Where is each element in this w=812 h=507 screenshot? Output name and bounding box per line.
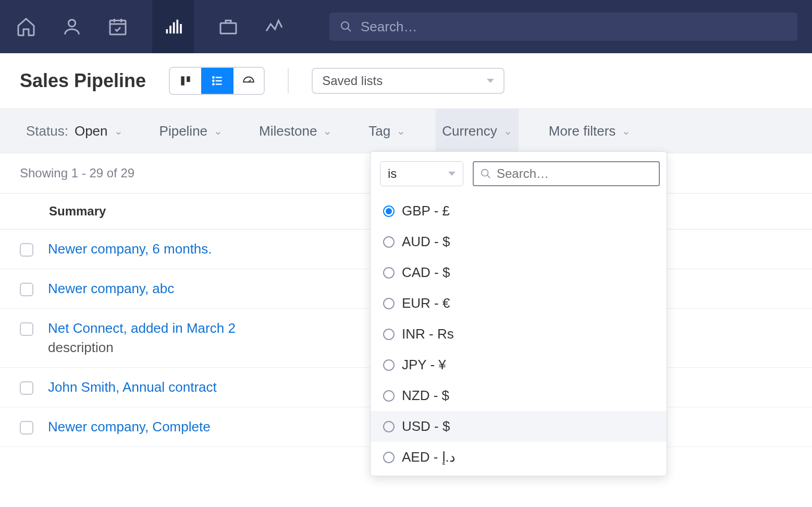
svg-rect-5 (187, 76, 190, 82)
home-icon[interactable] (15, 15, 38, 38)
svg-point-8 (213, 83, 214, 84)
chevron-down-icon: ⌄ (323, 125, 332, 137)
filter-bar: Status: Open ⌄ Pipeline ⌄ Milestone ⌄ Ta… (0, 108, 812, 153)
row-title[interactable]: Newer company, 6 months. (48, 241, 212, 257)
filter-milestone[interactable]: Milestone ⌄ (253, 109, 338, 153)
topbar: Search… (0, 0, 812, 53)
radio-icon (383, 359, 395, 371)
row-checkbox[interactable] (20, 381, 33, 395)
view-toggle (169, 67, 265, 95)
row-title[interactable]: John Smith, Annual contract (48, 379, 217, 395)
calendar-check-icon[interactable] (106, 15, 129, 38)
currency-option[interactable]: EUR - € (371, 288, 667, 319)
row-checkbox[interactable] (20, 322, 33, 336)
saved-lists-dropdown[interactable]: Saved lists (312, 68, 505, 94)
filter-currency-label: Currency (442, 123, 497, 139)
dropdown-search[interactable] (473, 161, 660, 186)
filter-status[interactable]: Status: Open ⌄ (20, 109, 129, 153)
row-checkbox[interactable] (20, 421, 33, 434)
currency-option[interactable]: JPY - ¥ (371, 349, 667, 380)
radio-icon (383, 329, 395, 340)
radio-icon (383, 236, 395, 248)
currency-option[interactable]: CAD - $ (371, 257, 667, 288)
filter-status-value: Open (75, 123, 108, 139)
radio-icon (383, 206, 395, 217)
view-board-button[interactable] (170, 68, 201, 94)
chevron-down-icon (448, 172, 456, 176)
svg-point-3 (341, 22, 349, 29)
currency-option[interactable]: AED - د.إ (371, 442, 667, 447)
radio-icon (383, 390, 395, 402)
radio-icon (383, 298, 395, 309)
row-title[interactable]: Newer company, Complete (48, 419, 211, 435)
currency-option-label: JPY - ¥ (402, 357, 446, 373)
filter-pipeline[interactable]: Pipeline ⌄ (153, 109, 229, 153)
chevron-down-icon: ⌄ (503, 125, 512, 137)
search-placeholder: Search… (361, 19, 417, 35)
search-icon (340, 20, 352, 33)
svg-point-9 (482, 170, 488, 176)
saved-lists-label: Saved lists (322, 74, 383, 88)
chevron-down-icon: ⌄ (397, 125, 405, 137)
currency-option-label: AUD - $ (402, 234, 450, 250)
svg-rect-1 (110, 20, 126, 34)
dropdown-search-input[interactable] (497, 166, 653, 181)
view-list-button[interactable] (201, 68, 232, 94)
filter-tag[interactable]: Tag ⌄ (362, 109, 412, 153)
currency-option[interactable]: INR - Rs (371, 319, 667, 349)
currency-dropdown: is GBP - £AUD - $CAD - $EUR - €INR - RsJ… (370, 151, 667, 447)
title-row: Sales Pipeline Saved lists (0, 53, 812, 108)
radio-icon (383, 267, 395, 279)
operator-value: is (388, 166, 397, 181)
search-input[interactable]: Search… (329, 13, 797, 41)
filter-more-label: More filters (549, 123, 616, 139)
activity-icon[interactable] (263, 15, 286, 38)
currency-option-label: GBP - £ (402, 203, 450, 219)
currency-option[interactable]: NZD - $ (371, 380, 667, 411)
currency-option-label: EUR - € (402, 295, 450, 311)
filter-more[interactable]: More filters ⌄ (543, 109, 637, 153)
currency-option-label: CAD - $ (402, 264, 450, 281)
currency-option-label: NZD - $ (402, 388, 449, 404)
filter-tag-label: Tag (368, 123, 390, 139)
radio-icon (383, 421, 395, 432)
page-title: Sales Pipeline (20, 70, 146, 92)
currency-option[interactable]: GBP - £ (371, 196, 667, 226)
bars-icon[interactable] (152, 0, 194, 53)
currency-option-label: INR - Rs (402, 326, 454, 342)
filter-milestone-label: Milestone (259, 123, 317, 139)
currency-option-label: USD - $ (402, 418, 450, 434)
currency-option[interactable]: USD - $ (371, 411, 667, 442)
person-icon[interactable] (60, 15, 83, 38)
operator-select[interactable]: is (380, 161, 463, 186)
row-title[interactable]: Newer company, abc (48, 281, 174, 297)
row-checkbox[interactable] (20, 283, 33, 296)
row-checkbox[interactable] (20, 243, 33, 257)
row-title[interactable]: Net Connect, added in March 2 (48, 320, 236, 336)
filter-currency[interactable]: Currency ⌄ (436, 109, 518, 153)
currency-options-list: GBP - £AUD - $CAD - $EUR - €INR - RsJPY … (371, 192, 667, 447)
chevron-down-icon: ⌄ (114, 125, 123, 137)
search-icon (480, 168, 491, 179)
filter-status-label: Status: (26, 123, 68, 139)
divider (288, 68, 289, 93)
view-dashboard-button[interactable] (232, 68, 264, 94)
svg-rect-2 (220, 23, 236, 33)
svg-point-0 (68, 20, 75, 27)
filter-pipeline-label: Pipeline (159, 123, 208, 139)
svg-point-7 (213, 80, 214, 81)
row-description: description (48, 340, 236, 356)
svg-point-6 (213, 77, 214, 78)
chevron-down-icon (487, 79, 494, 83)
chevron-down-icon: ⌄ (214, 125, 223, 137)
svg-rect-4 (181, 76, 184, 85)
chevron-down-icon: ⌄ (622, 125, 631, 137)
briefcase-icon[interactable] (217, 15, 240, 38)
currency-option[interactable]: AUD - $ (371, 226, 667, 257)
